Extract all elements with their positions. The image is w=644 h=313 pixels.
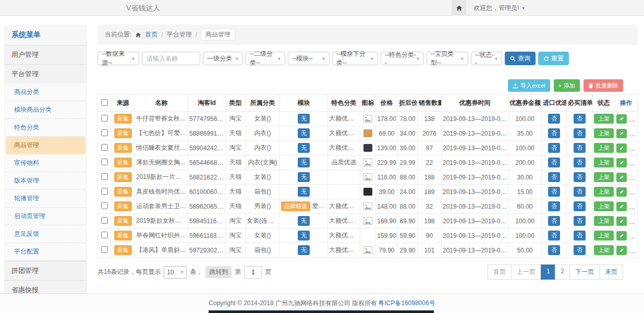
- edit-button[interactable]: [616, 231, 627, 240]
- reset-button[interactable]: 重置: [538, 52, 569, 65]
- delete-button[interactable]: [629, 202, 637, 211]
- status-button[interactable]: 上架: [594, 158, 614, 167]
- sidebar-sub-item[interactable]: 商品分类: [6, 83, 86, 101]
- page-button[interactable]: 1: [541, 264, 556, 280]
- row-checkbox[interactable]: [101, 159, 108, 165]
- status-button[interactable]: 上架: [594, 172, 614, 182]
- jump-to-button[interactable]: 跳转到: [205, 266, 232, 278]
- per-page-select[interactable]: 10 ▼: [164, 266, 187, 279]
- must-buy-badge[interactable]: 否: [574, 231, 586, 240]
- status-button[interactable]: 上架: [594, 245, 614, 255]
- import-select-badge[interactable]: 否: [548, 201, 560, 211]
- edit-button[interactable]: [616, 187, 627, 197]
- must-buy-badge[interactable]: 否: [574, 128, 586, 138]
- sidebar-sub-item[interactable]: 意见反馈: [6, 225, 86, 243]
- page-button[interactable]: 下一页: [569, 264, 600, 280]
- row-checkbox[interactable]: [101, 129, 108, 136]
- import-select-badge[interactable]: 否: [548, 172, 560, 182]
- home-button[interactable]: [452, 0, 466, 16]
- delete-button[interactable]: [629, 231, 637, 240]
- import-select-badge[interactable]: 否: [548, 245, 560, 255]
- status-button[interactable]: 上架: [594, 114, 614, 124]
- filter-module-sub-select[interactable]: --模块下分类--▼: [332, 52, 378, 65]
- row-checkbox[interactable]: [101, 246, 108, 253]
- import-select-badge[interactable]: 否: [548, 128, 560, 138]
- must-buy-badge[interactable]: 否: [574, 187, 586, 197]
- edit-button[interactable]: [616, 173, 627, 182]
- edit-button[interactable]: [616, 114, 627, 124]
- sidebar-sub-item[interactable]: 商品管理: [6, 137, 86, 154]
- edit-button[interactable]: [616, 246, 627, 255]
- sidebar-sub-item[interactable]: 版本管理: [6, 172, 86, 190]
- edit-button[interactable]: [616, 158, 627, 167]
- status-button[interactable]: 上架: [594, 128, 614, 138]
- row-checkbox[interactable]: [101, 217, 108, 224]
- sidebar-sub-item[interactable]: 轮播管理: [6, 190, 86, 208]
- select-all-checkbox[interactable]: [101, 99, 108, 106]
- delete-button[interactable]: [629, 158, 637, 167]
- row-checkbox[interactable]: [101, 232, 108, 238]
- delete-button[interactable]: [629, 216, 637, 226]
- row-checkbox[interactable]: [101, 188, 108, 195]
- import-select-badge[interactable]: 否: [548, 216, 560, 226]
- name-search-input[interactable]: [142, 52, 200, 65]
- page-button[interactable]: 上一页: [511, 264, 541, 280]
- page-button[interactable]: 首页: [488, 264, 512, 280]
- breadcrumb-home-link[interactable]: 首页: [145, 30, 157, 39]
- row-checkbox[interactable]: [101, 144, 108, 151]
- import-select-badge[interactable]: 否: [548, 143, 560, 153]
- status-button[interactable]: 上架: [594, 216, 614, 226]
- delete-button[interactable]: [629, 114, 637, 124]
- filter-module-select[interactable]: --模块--▼: [288, 52, 330, 65]
- status-button[interactable]: 上架: [594, 187, 614, 197]
- delete-button[interactable]: [629, 246, 637, 255]
- must-buy-badge[interactable]: 否: [574, 114, 586, 124]
- icp-link[interactable]: 粤ICP备16098006号: [378, 299, 435, 308]
- must-buy-badge[interactable]: 否: [574, 201, 586, 211]
- filter-status-select[interactable]: --状态--▼: [471, 52, 502, 65]
- edit-button[interactable]: [616, 129, 627, 138]
- edit-button[interactable]: [616, 216, 627, 226]
- import-select-badge[interactable]: 否: [548, 187, 560, 197]
- must-buy-badge[interactable]: 否: [574, 216, 586, 226]
- must-buy-badge[interactable]: 否: [574, 172, 586, 182]
- sidebar-sub-item[interactable]: 宣传物料: [6, 154, 86, 172]
- sidebar-sub-item[interactable]: 平台配置: [6, 243, 86, 261]
- batch-delete-button[interactable]: 批量删除: [584, 79, 623, 92]
- must-buy-badge[interactable]: 否: [574, 158, 586, 167]
- edit-button[interactable]: [616, 202, 627, 211]
- page-button[interactable]: 末页: [599, 264, 623, 280]
- sidebar-sub-item[interactable]: 模块商品分类: [6, 101, 86, 119]
- row-checkbox[interactable]: [101, 202, 108, 209]
- status-button[interactable]: 上架: [594, 143, 614, 153]
- page-number-input[interactable]: [244, 266, 262, 279]
- filter-feature-select[interactable]: --特色分类--▼: [381, 52, 424, 65]
- filter-level1-select[interactable]: 一级分类▼: [203, 52, 243, 65]
- filter-data-source-select[interactable]: --数据来源--▼: [98, 52, 139, 65]
- delete-button[interactable]: [629, 173, 637, 182]
- import-excel-button[interactable]: 导入excel: [508, 79, 550, 92]
- sidebar-item[interactable]: 平台管理: [4, 64, 87, 83]
- import-select-badge[interactable]: 否: [548, 114, 560, 124]
- import-select-badge[interactable]: 否: [548, 158, 560, 167]
- sidebar-item[interactable]: 用户管理: [4, 45, 87, 64]
- delete-button[interactable]: [629, 129, 637, 138]
- must-buy-badge[interactable]: 否: [574, 245, 586, 255]
- must-buy-badge[interactable]: 否: [574, 143, 586, 153]
- sidebar-sub-item[interactable]: 启动页管理: [6, 208, 86, 225]
- row-checkbox[interactable]: [101, 115, 108, 122]
- import-select-badge[interactable]: 否: [548, 231, 560, 240]
- status-button[interactable]: 上架: [594, 201, 614, 211]
- delete-button[interactable]: [629, 187, 637, 197]
- query-button[interactable]: 查询: [505, 52, 536, 65]
- filter-item-type-select[interactable]: --宝贝类型--▼: [427, 52, 468, 65]
- status-button[interactable]: 上架: [594, 231, 614, 240]
- sidebar-item[interactable]: 拼团管理: [4, 261, 87, 280]
- page-button[interactable]: 2: [555, 264, 570, 280]
- user-menu[interactable]: 欢迎您，管理员! ▼: [473, 4, 525, 13]
- add-button[interactable]: + 添加: [554, 79, 580, 92]
- filter-level2-select[interactable]: --二级分类--▼: [246, 52, 285, 65]
- sidebar-sub-item[interactable]: 特色分类: [6, 119, 86, 137]
- row-checkbox[interactable]: [101, 173, 108, 180]
- delete-button[interactable]: [629, 143, 637, 153]
